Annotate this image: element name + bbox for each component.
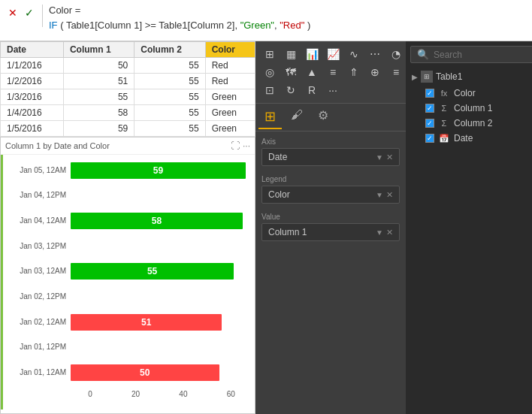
cell-date: 1/1/2016 xyxy=(1,58,64,74)
funnel-viz-icon[interactable]: ▲ xyxy=(302,64,322,80)
legend-dropdown-arrow[interactable]: ▼ xyxy=(376,191,383,199)
chart-label: Jan 01, 12PM xyxy=(8,343,66,352)
search-bar[interactable]: 🔍 xyxy=(410,46,532,63)
bar: 58 xyxy=(71,213,243,229)
axis-section: Axis Date ▼ ✕ xyxy=(255,131,406,169)
cell-col1: 51 xyxy=(63,74,134,89)
analytics-settings-tab[interactable]: ⚙ xyxy=(312,105,334,129)
legend-dropdown[interactable]: Color ▼ ✕ xyxy=(261,186,400,204)
cell-col2: 55 xyxy=(135,58,205,74)
field-item[interactable]: ✓ fx Color xyxy=(410,86,532,101)
bar-row xyxy=(71,237,249,256)
cell-col1: 59 xyxy=(63,121,134,137)
field-checkbox[interactable]: ✓ xyxy=(425,104,434,113)
custom2-viz-icon[interactable]: ↻ xyxy=(281,82,301,98)
cell-date: 1/2/2016 xyxy=(1,74,64,89)
x-axis-label: 60 xyxy=(227,390,235,398)
cell-col1: 58 xyxy=(63,105,134,121)
bar: 50 xyxy=(71,364,219,381)
cell-col2: 55 xyxy=(135,121,205,137)
field-name: Date xyxy=(454,133,532,144)
r-viz-icon[interactable]: R xyxy=(302,82,322,98)
field-type-icon: Σ xyxy=(439,119,449,128)
bar-row xyxy=(71,337,249,357)
fields-section: 🔍 ▶ ⊞ Table1 ✓ fx Color ✓ Σ Column 1 ✓ xyxy=(406,41,532,414)
table-row: 1/5/2016 59 55 Green xyxy=(1,121,255,137)
card-viz-icon[interactable]: ≡ xyxy=(323,64,343,80)
table-icon: ⊞ xyxy=(421,71,433,83)
legend-label: Legend xyxy=(261,175,400,183)
search-input[interactable] xyxy=(434,50,532,60)
axis-clear-icon[interactable]: ✕ xyxy=(386,153,393,162)
field-name: Column 1 xyxy=(454,103,532,113)
green-border xyxy=(1,155,3,409)
bar: 59 xyxy=(71,162,246,179)
matrix-viz-icon[interactable]: ▦ xyxy=(281,46,301,62)
field-type-icon: fx xyxy=(439,89,449,98)
scatter-viz-icon[interactable]: ⋯ xyxy=(365,46,385,62)
chart-title: Column 1 by Date and Color xyxy=(5,141,110,150)
field-checkbox[interactable]: ✓ xyxy=(425,89,434,98)
table-viz-icon[interactable]: ⊞ xyxy=(260,46,280,62)
x-axis-label: 20 xyxy=(131,390,140,398)
cancel-icon[interactable]: ✕ xyxy=(6,6,20,20)
chart-container: Column 1 by Date and Color ⛶ ··· Jan 05,… xyxy=(0,137,255,414)
field-item[interactable]: ✓ 📅 Date xyxy=(410,131,532,146)
more-viz-icon[interactable]: ··· xyxy=(323,82,343,98)
area-viz-icon[interactable]: ∿ xyxy=(344,46,364,62)
kpi-viz-icon[interactable]: ⇑ xyxy=(344,64,364,80)
value-dropdown-arrow[interactable]: ▼ xyxy=(376,228,383,237)
bar-row: 51 xyxy=(71,313,249,332)
fields-settings-tab[interactable]: ⊞ xyxy=(258,105,282,129)
chart-label: Jan 02, 12PM xyxy=(8,292,66,301)
field-type-icon: 📅 xyxy=(439,134,449,144)
field-item[interactable]: ✓ Σ Column 1 xyxy=(410,101,532,116)
data-table: Date Column 1 Column 2 Color 1/1/2016 50… xyxy=(0,41,255,137)
value-section: Value Column 1 ▼ ✕ xyxy=(255,207,406,244)
col2-header: Column 2 xyxy=(135,42,205,58)
field-checkbox[interactable]: ✓ xyxy=(425,134,434,143)
field-name: Column 2 xyxy=(454,118,532,128)
value-dropdown[interactable]: Column 1 ▼ ✕ xyxy=(261,223,400,241)
color-header: Color xyxy=(205,42,255,58)
x-axis-label: 0 xyxy=(88,390,92,398)
field-item[interactable]: ✓ Σ Column 2 xyxy=(410,116,532,131)
legend-clear-icon[interactable]: ✕ xyxy=(386,190,393,200)
table-row: 1/4/2016 58 55 Green xyxy=(1,105,255,121)
table1-header[interactable]: ▶ ⊞ Table1 xyxy=(410,68,532,86)
expand-chart-icon[interactable]: ⛶ xyxy=(231,141,240,151)
slicer-viz-icon[interactable]: ≡ xyxy=(386,64,406,80)
table-row: 1/1/2016 50 55 Red xyxy=(1,58,255,74)
gauge-viz-icon[interactable]: ⊕ xyxy=(365,64,385,80)
axis-dropdown[interactable]: Date ▼ ✕ xyxy=(261,148,400,166)
legend-value: Color xyxy=(268,189,290,200)
donut-viz-icon[interactable]: ◎ xyxy=(260,64,280,80)
cell-color: Green xyxy=(205,105,255,121)
value-clear-icon[interactable]: ✕ xyxy=(386,228,393,237)
field-checkbox[interactable]: ✓ xyxy=(425,119,434,128)
chart-label: Jan 03, 12AM xyxy=(8,267,66,276)
data-table-container: Date Column 1 Column 2 Color 1/1/2016 50… xyxy=(0,41,255,137)
table1-name: Table1 xyxy=(436,71,462,82)
value-label: Value xyxy=(261,213,400,221)
line-viz-icon[interactable]: 📈 xyxy=(323,46,343,62)
map-viz-icon[interactable]: 🗺 xyxy=(281,64,301,80)
cell-color: Green xyxy=(205,121,255,137)
formula-text: Color = IF ( Table1[Column 1] >= Table1[… xyxy=(49,3,310,32)
chart-label: Jan 02, 12AM xyxy=(8,318,66,327)
pie-viz-icon[interactable]: ◔ xyxy=(386,46,406,62)
format-settings-tab[interactable]: 🖌 xyxy=(285,105,309,129)
bar: 55 xyxy=(71,263,234,280)
more-chart-icon[interactable]: ··· xyxy=(243,141,250,151)
cell-col1: 55 xyxy=(63,89,134,105)
x-axis-label: 40 xyxy=(179,390,187,398)
confirm-icon[interactable]: ✓ xyxy=(23,6,36,20)
cell-date: 1/4/2016 xyxy=(1,105,64,121)
expand-icon: ▶ xyxy=(412,73,418,81)
table-row: 1/3/2016 55 55 Green xyxy=(1,89,255,105)
axis-dropdown-arrow[interactable]: ▼ xyxy=(376,153,383,162)
custom1-viz-icon[interactable]: ⊡ xyxy=(260,82,280,98)
bar-viz-icon[interactable]: 📊 xyxy=(302,46,322,62)
bar-row: 58 xyxy=(71,211,249,231)
bar-row: 50 xyxy=(71,363,249,382)
